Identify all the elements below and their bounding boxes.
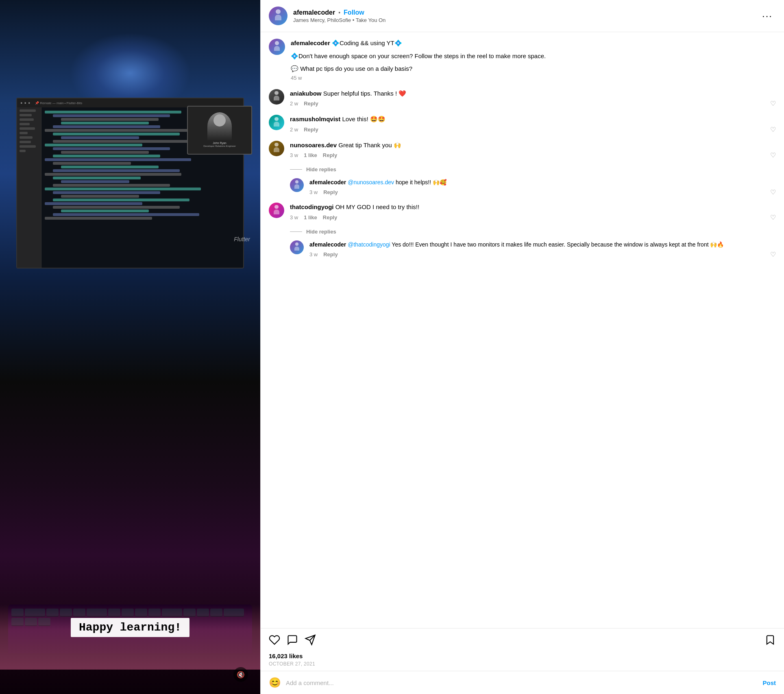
comment-body: OH MY GOD I need to try this!! bbox=[335, 203, 419, 210]
nested-text: afemalecoder @nunosoares.dev hope it hel… bbox=[309, 178, 776, 187]
pip-video: John RyanDeveloper Relations Engineer bbox=[187, 106, 252, 155]
nested-text: afemalecoder @thatcodingyogi Yes do!!! E… bbox=[309, 240, 776, 249]
reply-button[interactable]: Reply bbox=[304, 100, 318, 107]
reply-button[interactable]: Reply bbox=[304, 127, 318, 133]
nested-time: 3 w bbox=[309, 251, 318, 258]
commenter-username[interactable]: aniakubow bbox=[290, 90, 322, 97]
comment-content: aniakubow Super helpful tips. Thanks ! ❤… bbox=[290, 89, 776, 108]
like-comment-button[interactable]: ♡ bbox=[770, 214, 776, 221]
comment-content: nunosoares.dev Great tip Thank you 🙌 3 w… bbox=[290, 141, 776, 159]
comment-text: thatcodingyogi OH MY GOD I need to try t… bbox=[290, 203, 776, 212]
hide-replies-label: Hide replies bbox=[306, 229, 336, 235]
caption-question: 💬 What pc tips do you use on a daily bas… bbox=[291, 65, 776, 72]
header-info: afemalecoder • Follow James Mercy, Philo… bbox=[293, 9, 753, 23]
nested-meta: 3 w Reply ♡ bbox=[309, 251, 776, 258]
comment-time: 2 w bbox=[290, 100, 298, 107]
nested-avatar-afemalecoder2[interactable] bbox=[290, 240, 304, 254]
commenter-username[interactable]: thatcodingyogi bbox=[290, 203, 334, 210]
hide-replies-line bbox=[290, 169, 302, 170]
comment-meta: 2 w Reply ♡ bbox=[290, 126, 776, 133]
post-image-panel: ●●● 📌 Remate — main • Flutter-Bits bbox=[0, 0, 260, 694]
nested-body: hope it helps!! 🙌🥰 bbox=[396, 179, 446, 186]
like-comment-button[interactable]: ♡ bbox=[770, 151, 776, 159]
nested-comment: afemalecoder @thatcodingyogi Yes do!!! E… bbox=[290, 240, 776, 258]
nested-username[interactable]: afemalecoder bbox=[309, 241, 346, 248]
comment-avatar-aniakubow[interactable] bbox=[269, 89, 284, 105]
nested-content: afemalecoder @nunosoares.dev hope it hel… bbox=[309, 178, 776, 196]
hide-replies-button[interactable]: Hide replies bbox=[290, 166, 776, 172]
header-top: afemalecoder • Follow bbox=[293, 9, 753, 16]
comment-meta: 2 w Reply ♡ bbox=[290, 100, 776, 107]
caption-line2: 💠Don't have enough space on your screen?… bbox=[291, 52, 546, 59]
actions-bar: 16,023 likes October 27, 2021 bbox=[261, 628, 784, 671]
like-nested-button[interactable]: ♡ bbox=[770, 188, 776, 196]
pip-person-silhouette bbox=[207, 112, 232, 141]
nested-body: Yes do!!! Even thought I have two monito… bbox=[392, 241, 724, 248]
nested-content: afemalecoder @thatcodingyogi Yes do!!! E… bbox=[309, 240, 776, 258]
comment-button[interactable] bbox=[287, 634, 298, 648]
dot-separator: • bbox=[338, 9, 340, 16]
comment-time: 3 w bbox=[290, 152, 298, 158]
comment-block: nunosoares.dev Great tip Thank you 🙌 3 w… bbox=[269, 141, 776, 159]
reply-button[interactable]: Reply bbox=[323, 189, 338, 195]
comment-input[interactable] bbox=[286, 679, 758, 686]
sidebar bbox=[17, 107, 41, 268]
reply-button[interactable]: Reply bbox=[323, 251, 338, 258]
hand-overlay bbox=[0, 605, 260, 670]
emoji-button[interactable]: 😊 bbox=[269, 677, 281, 688]
comments-area: afemalecoder 💠Coding && using YT💠 💠Don't… bbox=[261, 32, 784, 628]
caption-content: afemalecoder 💠Coding && using YT💠 💠Don't… bbox=[291, 39, 776, 81]
comment-time: 3 w bbox=[290, 214, 298, 220]
like-nested-button[interactable]: ♡ bbox=[770, 251, 776, 258]
post-date: October 27, 2021 bbox=[269, 661, 776, 667]
comment-avatar-thatcodingyogi[interactable] bbox=[269, 203, 284, 218]
caption-avatar[interactable] bbox=[269, 39, 285, 55]
hide-replies-label: Hide replies bbox=[306, 166, 336, 172]
nested-avatar-afemalecoder[interactable] bbox=[290, 178, 304, 192]
comment-text: aniakubow Super helpful tips. Thanks ! ❤… bbox=[290, 89, 776, 98]
comment-time: 2 w bbox=[290, 127, 298, 133]
comment-body: Super helpful tips. Thanks ! ❤️ bbox=[323, 90, 407, 97]
comment-body: Great tip Thank you 🙌 bbox=[338, 142, 401, 148]
share-button[interactable] bbox=[305, 634, 316, 648]
reply-button[interactable]: Reply bbox=[323, 152, 337, 158]
more-options-button[interactable]: ··· bbox=[759, 10, 776, 22]
comment-avatar-nuno[interactable] bbox=[269, 141, 284, 156]
commenter-username[interactable]: rasmusholmqvist bbox=[290, 116, 340, 122]
caption-text: afemalecoder 💠Coding && using YT💠 bbox=[291, 39, 776, 48]
bookmark-button[interactable] bbox=[764, 634, 776, 648]
post-header: afemalecoder • Follow James Mercy, Philo… bbox=[261, 0, 784, 32]
mention: @thatcodingyogi bbox=[348, 241, 390, 248]
comment-block: aniakubow Super helpful tips. Thanks ! ❤… bbox=[269, 89, 776, 108]
pip-label: John RyanDeveloper Relations Engineer bbox=[203, 141, 237, 148]
flutter-label: Flutter bbox=[234, 236, 250, 242]
poster-username[interactable]: afemalecoder bbox=[293, 9, 335, 16]
comment-content: rasmusholmqvist Love this! 🤩🤩 2 w Reply … bbox=[290, 115, 776, 133]
comment-meta: 3 w 1 like Reply ♡ bbox=[290, 151, 776, 159]
post-image: ●●● 📌 Remate — main • Flutter-Bits bbox=[0, 0, 260, 694]
comment-likes: 1 like bbox=[304, 214, 317, 220]
caption-username[interactable]: afemalecoder bbox=[291, 39, 330, 46]
nested-username[interactable]: afemalecoder bbox=[309, 179, 346, 186]
poster-avatar[interactable] bbox=[269, 7, 287, 25]
nested-time: 3 w bbox=[309, 189, 318, 195]
likes-count: 16,023 likes bbox=[269, 653, 776, 659]
hide-replies-button[interactable]: Hide replies bbox=[290, 229, 776, 235]
reply-button[interactable]: Reply bbox=[323, 214, 337, 220]
caption-time: 45 w bbox=[291, 75, 776, 81]
like-comment-button[interactable]: ♡ bbox=[770, 100, 776, 107]
mute-button[interactable]: 🔇 bbox=[233, 667, 248, 682]
like-comment-button[interactable]: ♡ bbox=[770, 126, 776, 133]
commenter-username[interactable]: nunosoares.dev bbox=[290, 142, 337, 148]
action-icons bbox=[269, 634, 776, 648]
comment-text: rasmusholmqvist Love this! 🤩🤩 bbox=[290, 115, 776, 124]
hide-replies-line bbox=[290, 231, 302, 232]
comment-avatar-rasmus[interactable] bbox=[269, 115, 284, 130]
nested-meta: 3 w Reply ♡ bbox=[309, 188, 776, 196]
like-button[interactable] bbox=[269, 634, 280, 648]
right-panel: afemalecoder • Follow James Mercy, Philo… bbox=[260, 0, 784, 694]
post-comment-button[interactable]: Post bbox=[762, 679, 776, 686]
mention: @nunosoares.dev bbox=[348, 179, 394, 186]
comment-body: Love this! 🤩🤩 bbox=[342, 116, 385, 122]
follow-button[interactable]: Follow bbox=[344, 9, 364, 16]
